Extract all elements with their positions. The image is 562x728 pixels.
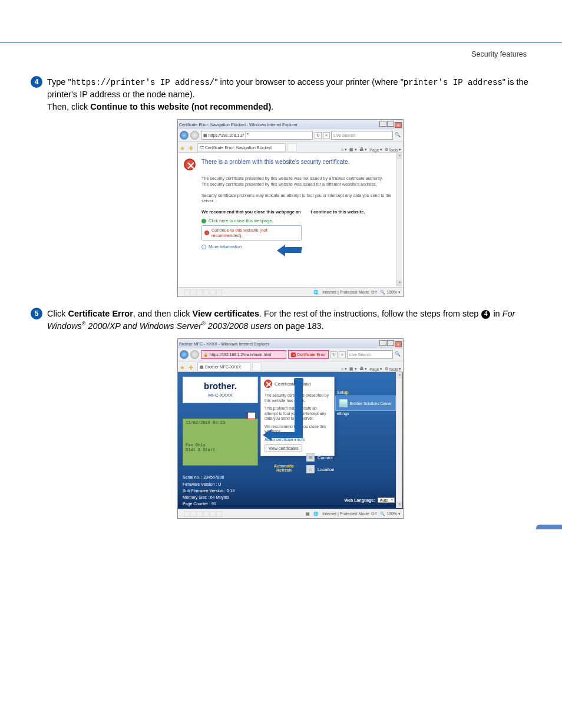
menu-item[interactable]: ettings: [336, 411, 395, 416]
code-ip: printer's IP address: [404, 78, 503, 87]
code-url: https://printer's IP address/: [71, 78, 215, 87]
stop-button[interactable]: ×: [323, 132, 330, 139]
window-buttons: ×: [379, 340, 402, 347]
screenshot-cert-error: Certificate Error: Navigation Blocked - …: [177, 119, 404, 297]
status-text: Internet | Protected Mode: Off: [322, 290, 376, 294]
location-icon: ⌂: [306, 465, 315, 473]
stop-button[interactable]: ×: [339, 351, 346, 358]
refresh-button[interactable]: ↻: [315, 132, 322, 139]
back-button[interactable]: [180, 131, 189, 140]
popup-title: Certificate Invalid: [275, 381, 310, 387]
auto-refresh-label: Automatic Refresh: [272, 464, 296, 472]
brother-logo-box: brother. MFC-XXXX: [183, 377, 258, 403]
forward-button[interactable]: [190, 350, 199, 359]
section-header: Security features: [0, 43, 562, 58]
view-certificates-button[interactable]: View certificates: [265, 444, 302, 452]
menu-setup[interactable]: Setup: [336, 390, 395, 395]
zoom-level[interactable]: 🔍 100% ▾: [380, 290, 401, 295]
status-cells: [184, 289, 222, 295]
shield-icon: 🛡: [200, 146, 204, 150]
internet-zone-icon: 🌐: [313, 290, 319, 295]
error-shield-icon: [264, 380, 272, 388]
favorites-icon[interactable]: ★: [180, 145, 187, 152]
feeds-icon[interactable]: ▦ ▾: [349, 367, 357, 371]
tools-menu[interactable]: ⚙ Tools ▾: [385, 147, 401, 152]
callout-arrow-icon: [295, 383, 303, 434]
internet-zone-icon: 🌐: [313, 512, 319, 516]
search-box[interactable]: Live Search: [331, 131, 393, 140]
continue-link-bold: Continue to this website (not recommende…: [90, 102, 271, 111]
favorites-icon[interactable]: ★: [180, 364, 187, 371]
address-bar[interactable]: ▦ https://192.168.1.2/ ▾: [201, 131, 313, 140]
cert-error-heading: There is a problem with this website's s…: [201, 159, 395, 165]
page-menu[interactable]: Page ▾: [369, 367, 382, 371]
cert-recommend: We recommend that you close this webpage…: [201, 209, 395, 215]
print-icon[interactable]: 🖶 ▾: [359, 147, 367, 152]
feeds-icon[interactable]: ▦ ▾: [349, 147, 357, 152]
step-5-text: Click Certificate Error, and then click …: [47, 308, 534, 332]
ie-toolbar: ⌂ ▾ ▦ ▾ 🖶 ▾ Page ▾ ⚙ Tools ▾: [341, 367, 401, 371]
window-title: Brother MFC - XXXX - Windows Internet Ex…: [179, 342, 269, 346]
printer-icon: [247, 412, 256, 419]
web-language: Web Language: Auto: [345, 498, 395, 503]
globe-icon: [339, 399, 348, 407]
cert-error-p2: Security certificate problems may indica…: [201, 193, 395, 204]
web-language-select[interactable]: Auto: [378, 498, 395, 503]
search-icon[interactable]: 🔍: [394, 132, 401, 139]
search-box[interactable]: Live Search: [347, 350, 393, 359]
contact-link[interactable]: ✉Contact: [306, 453, 333, 462]
page-icon: ▦: [203, 133, 207, 138]
more-info-link[interactable]: More information: [201, 244, 395, 249]
model-name: MFC-XXXX: [187, 393, 254, 398]
brother-logo: brother.: [187, 381, 254, 391]
continue-website-link[interactable]: Continue to this website (not recommende…: [201, 225, 302, 241]
error-shield-icon: [184, 159, 196, 170]
location-link[interactable]: ⌂Location: [306, 465, 334, 473]
address-dropdown-icon[interactable]: ▾: [245, 131, 250, 139]
new-tab-button[interactable]: [287, 143, 297, 152]
new-tab-button[interactable]: [252, 363, 262, 371]
contact-icon: ✉: [306, 453, 315, 462]
address-bar[interactable]: 🔒 https://192.168.1.2/main/main.html: [201, 350, 286, 359]
page-menu[interactable]: Page ▾: [369, 147, 382, 152]
restricted-icon: ▦: [306, 512, 310, 516]
add-favorites-icon[interactable]: ✚: [189, 364, 196, 371]
add-favorites-icon[interactable]: ✚: [189, 145, 196, 152]
cert-error-x-icon: ✕: [291, 353, 296, 357]
url-text: https://192.168.1.2/: [209, 133, 244, 137]
zoom-level[interactable]: 🔍 100% ▾: [380, 512, 401, 516]
window-buttons: ×: [379, 121, 402, 128]
cert-error-p1: The security certificate presented by th…: [201, 176, 395, 187]
home-icon[interactable]: ⌂ ▾: [341, 367, 347, 371]
screenshot-brother-admin: Brother MFC - XXXX - Windows Internet Ex…: [177, 338, 404, 519]
step-4-text: Type "https://printer's IP address/" int…: [47, 76, 534, 113]
browser-tab[interactable]: ▦ Brother MFC-XXXX: [197, 363, 250, 371]
tools-menu[interactable]: ⚙ Tools ▾: [385, 367, 401, 371]
print-icon[interactable]: 🖶 ▾: [359, 367, 367, 371]
url-text: https://192.168.1.2/main/main.html: [210, 353, 271, 357]
browser-tab[interactable]: 🛡 Certificate Error: Navigation Blocked: [197, 143, 286, 152]
scrollbar[interactable]: ▴▾: [396, 153, 402, 286]
ie-toolbar: ⌂ ▾ ▦ ▾ 🖶 ▾ Page ▾ ⚙ Tools ▾: [341, 147, 401, 152]
callout-arrow-icon: [271, 432, 303, 438]
lcd-display: 13/02/2010 04:23 Fax Only Dial & Start: [183, 419, 258, 466]
status-text: Internet | Protected Mode: Off: [322, 512, 376, 516]
status-cells: [184, 511, 222, 517]
inline-step-ref-badge: 4: [481, 310, 490, 319]
refresh-button[interactable]: ↻: [330, 351, 338, 358]
lock-icon: 🔒: [203, 353, 209, 357]
step-5-badge: 5: [31, 308, 42, 319]
device-info: Serial no. : 234567890 Firmware Version …: [183, 474, 258, 507]
window-title: Certificate Error: Navigation Blocked - …: [179, 123, 297, 127]
page-icon: ▦: [200, 365, 204, 370]
scrollbar[interactable]: ▴▾: [396, 372, 402, 508]
back-button[interactable]: [180, 350, 189, 359]
chapter-tab: 14: [536, 525, 562, 529]
brother-solutions-link[interactable]: Brother Solutions Center: [335, 396, 396, 411]
home-icon[interactable]: ⌂ ▾: [341, 147, 347, 152]
certificate-error-button[interactable]: ✕ Certificate Error: [288, 350, 329, 359]
forward-button[interactable]: [190, 131, 199, 140]
close-webpage-link[interactable]: Click here to close this webpage.: [201, 218, 395, 223]
step-4-badge: 4: [31, 76, 42, 88]
search-icon[interactable]: 🔍: [394, 351, 401, 358]
